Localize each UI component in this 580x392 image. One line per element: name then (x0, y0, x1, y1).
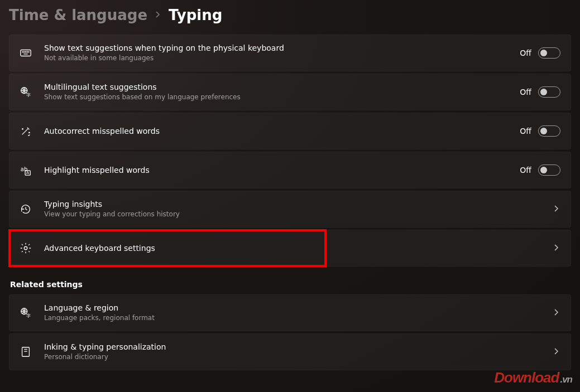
globe-translate-icon: 字 (20, 307, 32, 319)
section-header-related: Related settings (10, 280, 571, 289)
setting-subtitle: View your typing and corrections history (44, 210, 553, 219)
svg-text:字: 字 (26, 313, 31, 318)
breadcrumb-parent[interactable]: Time & language (9, 7, 147, 23)
setting-title: Inking & typing personalization (44, 342, 553, 352)
setting-autocorrect-misspelled[interactable]: Autocorrect misspelled words Off (9, 113, 571, 149)
toggle-switch[interactable] (538, 47, 560, 59)
toggle-switch[interactable] (538, 86, 560, 98)
chevron-right-icon (553, 244, 560, 253)
setting-multilingual-suggestions[interactable]: 字 Multilingual text suggestions Show tex… (9, 74, 571, 110)
svg-point-3 (25, 52, 26, 52)
setting-subtitle: Show text suggestions based on my langua… (44, 93, 520, 102)
page-title: Typing (169, 7, 222, 23)
svg-point-9 (22, 129, 23, 129)
setting-title: Show text suggestions when typing on the… (44, 43, 520, 53)
svg-text:字: 字 (26, 92, 31, 98)
history-icon (20, 203, 32, 215)
keyboard-icon (20, 47, 32, 59)
globe-translate-icon: 字 (20, 86, 32, 98)
chevron-right-icon (553, 309, 560, 317)
gear-icon (20, 242, 32, 254)
setting-title: Language & region (44, 303, 553, 313)
watermark-tld: .vn (560, 374, 572, 385)
setting-title: Advanced keyboard settings (44, 243, 553, 253)
svg-point-1 (22, 52, 23, 52)
setting-title: Multilingual text suggestions (44, 82, 520, 92)
svg-point-5 (28, 52, 29, 52)
setting-subtitle: Not available in some languages (44, 54, 520, 63)
svg-point-4 (27, 52, 27, 52)
svg-rect-17 (22, 347, 30, 357)
svg-point-14 (24, 246, 27, 250)
setting-subtitle: Personal dictionary (44, 353, 553, 362)
setting-title: Autocorrect misspelled words (44, 126, 520, 136)
toggle-state-label: Off (520, 127, 531, 135)
setting-highlight-misspelled[interactable]: abA Highlight misspelled words Off (9, 152, 571, 188)
toggle-state-label: Off (520, 166, 531, 175)
setting-language-region[interactable]: 字 Language & region Language packs, regi… (9, 294, 571, 331)
toggle-switch[interactable] (538, 164, 560, 176)
setting-subtitle: Language packs, regional format (44, 314, 553, 323)
spellcheck-icon: abA (20, 164, 32, 176)
setting-text-suggestions-physical[interactable]: Show text suggestions when typing on the… (9, 35, 571, 71)
toggle-state-label: Off (520, 49, 531, 57)
chevron-right-icon (553, 205, 560, 214)
watermark-brand: Download (494, 369, 559, 386)
chevron-right-icon (155, 11, 161, 20)
toggle-state-label: Off (520, 88, 531, 96)
wand-icon (20, 125, 32, 137)
svg-point-10 (29, 132, 30, 133)
setting-typing-insights[interactable]: Typing insights View your typing and cor… (9, 191, 571, 228)
svg-point-2 (24, 52, 25, 52)
watermark: Download.vn (494, 369, 572, 386)
toggle-switch[interactable] (538, 125, 560, 137)
setting-title: Typing insights (44, 199, 553, 209)
setting-advanced-keyboard[interactable]: Advanced keyboard settings (9, 230, 571, 267)
chevron-right-icon (553, 348, 560, 356)
svg-rect-0 (21, 50, 31, 56)
dictionary-icon (20, 346, 32, 358)
breadcrumb: Time & language Typing (9, 7, 571, 23)
setting-inking-typing-personalization[interactable]: Inking & typing personalization Personal… (9, 333, 571, 370)
svg-text:A: A (26, 170, 29, 175)
setting-title: Highlight misspelled words (44, 165, 520, 175)
